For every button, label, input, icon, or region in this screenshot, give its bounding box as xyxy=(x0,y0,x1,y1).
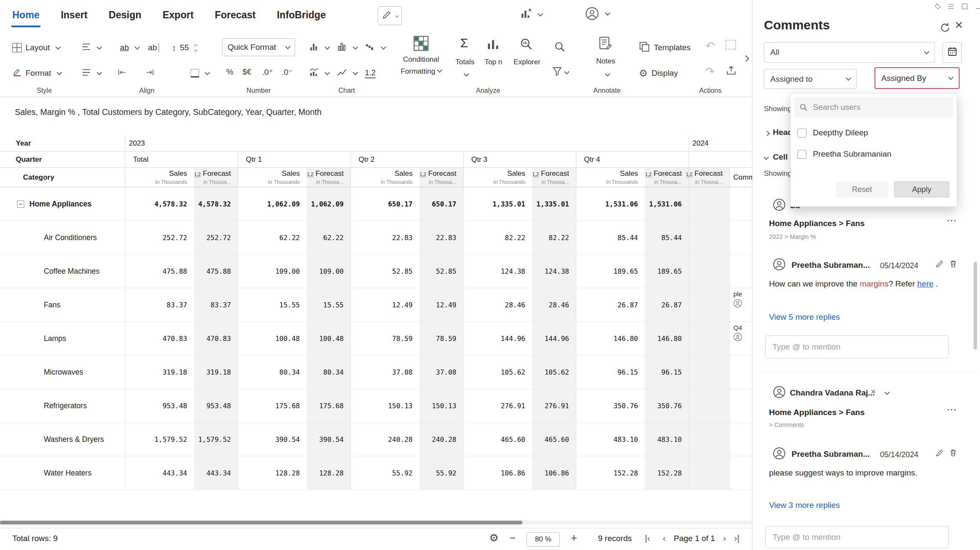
explorer-label[interactable]: Explorer xyxy=(509,58,545,66)
forecast-value-cell[interactable]: 4,578.32 xyxy=(194,187,238,221)
top-n-label[interactable]: Top n xyxy=(476,58,511,66)
vertical-align-button[interactable] xyxy=(82,65,101,82)
thread-menu-icon[interactable]: ⋯ xyxy=(946,215,957,226)
quick-format-dropdown[interactable]: Quick Format xyxy=(222,38,295,56)
sales-value-cell[interactable]: 650.17 xyxy=(350,187,419,221)
data-labels-button[interactable]: 1.2 xyxy=(365,65,376,82)
chevron-right-icon[interactable] xyxy=(763,131,769,139)
row-label[interactable]: Fans xyxy=(0,288,125,321)
comment-indicator-cell[interactable]: ple xyxy=(729,288,752,321)
sales-value-cell[interactable]: 189.65 xyxy=(576,255,645,288)
year-2024[interactable]: 2024 xyxy=(689,135,752,151)
ribbon-expand-chevron[interactable] xyxy=(741,56,748,64)
forecast-value-cell[interactable]: 1,531.06 xyxy=(645,187,689,221)
page-previous-button[interactable]: ‹ xyxy=(663,533,666,543)
explorer-icon[interactable] xyxy=(520,37,533,53)
sales-value-cell[interactable]: 146.80 xyxy=(576,322,645,355)
forecast-value-cell[interactable]: 1,335.01 xyxy=(532,187,576,221)
text-style-button[interactable]: ab xyxy=(120,39,139,56)
sales-value-cell[interactable]: 1,579.52 xyxy=(125,423,194,456)
checkbox-icon[interactable] xyxy=(798,129,806,138)
sales-value-cell[interactable]: 465.60 xyxy=(463,423,532,456)
tab-infobridge[interactable]: InfoBridge xyxy=(277,9,326,21)
tab-design[interactable]: Design xyxy=(109,9,142,21)
forecast-value-cell[interactable]: 83.37 xyxy=(194,288,238,321)
pin-icon[interactable] xyxy=(934,3,941,11)
tab-insert[interactable]: Insert xyxy=(61,9,88,21)
sales-value-cell[interactable]: 276.91 xyxy=(463,389,532,422)
forecast-value-cell[interactable]: 319.18 xyxy=(194,355,238,389)
forecast-value-cell[interactable]: 146.80 xyxy=(645,322,689,355)
row-label[interactable]: Lamps xyxy=(0,322,125,355)
forecast-value-cell[interactable]: 22.83 xyxy=(419,221,463,254)
forecast-value-cell[interactable]: 28.46 xyxy=(532,288,576,321)
user-option-preetha[interactable]: Preetha Subramanian xyxy=(798,146,892,163)
forecast-value-cell[interactable]: 82.22 xyxy=(532,221,576,254)
row-label[interactable]: Washers & Dryers xyxy=(0,423,125,456)
forecast-value-cell[interactable]: 252.72 xyxy=(194,221,238,254)
sales-value-cell[interactable]: 1,335.01 xyxy=(463,187,532,221)
layout-button[interactable]: Layout xyxy=(12,39,60,56)
forecast-value-cell[interactable]: 85.44 xyxy=(645,221,689,254)
row-label[interactable]: Air Conditioners xyxy=(0,221,125,254)
forecast-value-cell[interactable]: 52.85 xyxy=(419,255,463,288)
sales-value-cell[interactable]: 55.92 xyxy=(350,456,419,490)
apply-button[interactable]: Apply xyxy=(894,181,949,198)
conditional-formatting-label-2[interactable]: Formatting xyxy=(396,67,447,76)
view-more-replies-link[interactable]: View 5 more replies xyxy=(769,312,840,322)
format-button[interactable]: Format xyxy=(12,65,61,82)
settings-gear-icon[interactable]: ⚙ xyxy=(489,532,499,544)
forecast-value-cell[interactable]: 106.86 xyxy=(532,456,576,490)
quarter-qtr-4[interactable]: Qtr 4 xyxy=(576,152,689,167)
sales-value-cell[interactable]: 78.59 xyxy=(350,322,419,355)
sales-value-cell[interactable]: 953.48 xyxy=(125,389,194,422)
undo-icon[interactable]: ↶ xyxy=(705,39,715,53)
calendar-filter-button[interactable] xyxy=(943,42,962,63)
forecast-value-cell[interactable]: 475.88 xyxy=(194,255,238,288)
forecast-value-cell[interactable]: 62.22 xyxy=(307,221,350,254)
forecast-value-cell[interactable]: 1,579.52 xyxy=(194,423,238,456)
delete-comment-icon[interactable] xyxy=(949,449,957,457)
chart-line-button[interactable] xyxy=(337,65,357,82)
sales-value-cell[interactable]: 52.85 xyxy=(350,255,419,288)
sales-value-cell[interactable]: 109.00 xyxy=(238,255,307,288)
forecast-value-cell[interactable]: 26.87 xyxy=(645,288,689,321)
forecast-value-cell[interactable]: 390.54 xyxy=(307,423,350,456)
selection-frame-icon[interactable] xyxy=(726,40,736,51)
forecast-2024-cell[interactable] xyxy=(689,322,729,355)
forecast-value-cell[interactable]: 37.08 xyxy=(419,355,463,389)
forecast-value-cell[interactable]: 175.68 xyxy=(307,389,350,422)
horizontal-scrollbar[interactable] xyxy=(0,521,752,524)
increase-decimal-button[interactable]: .0⁺ xyxy=(262,67,273,77)
forecast-value-cell[interactable]: 953.48 xyxy=(194,389,238,422)
sales-value-cell[interactable]: 100.48 xyxy=(238,322,307,355)
sales-value-cell[interactable]: 1,531.06 xyxy=(576,187,645,221)
edit-mode-button[interactable] xyxy=(378,6,402,25)
sales-value-cell[interactable]: 96.15 xyxy=(576,355,645,389)
forecast-value-cell[interactable]: 483.10 xyxy=(645,423,689,456)
thread-scope[interactable]: Home Appliances > Fans xyxy=(769,408,865,417)
add-chart-button[interactable] xyxy=(520,8,542,21)
text-align-button[interactable] xyxy=(82,39,101,56)
filter-button[interactable] xyxy=(552,66,569,78)
sales-value-cell[interactable]: 128.28 xyxy=(238,456,307,490)
assigned-by-dropdown[interactable]: Assigned By xyxy=(875,67,960,89)
forecast-value-cell[interactable]: 96.15 xyxy=(645,355,689,389)
delete-comment-icon[interactable] xyxy=(949,260,957,268)
sales-value-cell[interactable]: 15.55 xyxy=(238,288,307,321)
sales-value-cell[interactable]: 252.72 xyxy=(125,221,194,254)
tab-forecast[interactable]: Forecast xyxy=(215,9,256,21)
tab-home[interactable]: Home xyxy=(12,9,40,21)
zoom-level-box[interactable]: 80 % xyxy=(527,532,560,547)
cell-comments-section[interactable]: Cell xyxy=(773,152,788,162)
window-icon[interactable] xyxy=(961,3,968,11)
notes-icon[interactable] xyxy=(598,36,612,52)
comment-indicator-cell[interactable] xyxy=(729,221,752,254)
year-2023[interactable]: 2023 xyxy=(125,135,689,151)
quarter-total[interactable]: Total xyxy=(125,152,238,167)
sales-value-cell[interactable]: 443.34 xyxy=(125,456,194,490)
forecast-value-cell[interactable]: 78.59 xyxy=(419,322,463,355)
quarter-qtr-2[interactable]: Qtr 2 xyxy=(350,152,463,167)
forecast-value-cell[interactable]: 144.96 xyxy=(532,322,576,355)
zoom-out-button[interactable]: − xyxy=(510,532,516,544)
